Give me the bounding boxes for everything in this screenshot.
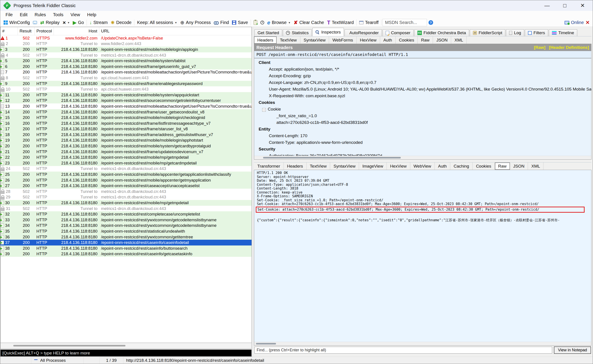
table-row[interactable]: 22200HTTP218.4.136.118:8180/epoint-onm-r… <box>0 155 252 160</box>
column-header-url[interactable]: URL <box>99 27 252 35</box>
remove-sessions-button[interactable]: × ▼ <box>61 20 71 25</box>
column-header-[interactable]: # <box>0 27 18 35</box>
menu-item-file[interactable]: File <box>2 12 16 18</box>
raw-link[interactable]: [Raw] <box>534 45 546 50</box>
table-row[interactable]: 20200HTTP218.4.136.118:8180/epoint-onm-r… <box>0 143 252 149</box>
msdn-search-box[interactable]: MSDN Search... <box>383 19 427 26</box>
request-tab-json[interactable]: JSON <box>433 36 451 44</box>
request-tab-textview[interactable]: TextView <box>277 36 300 44</box>
header-item[interactable]: Content-Length: 170 <box>254 132 591 139</box>
table-row[interactable]: 28502HTTPTunnel tometrics1-drcn.dt.dbank… <box>0 189 252 195</box>
session-list-hscrollbar[interactable] <box>0 343 252 349</box>
table-row[interactable]: 35200HTTP218.4.136.118:8180/epoint-onm-r… <box>0 228 252 234</box>
response-tab-caching[interactable]: Caching <box>450 162 473 170</box>
table-row[interactable]: 2200HTTPTunnel towww.fiddler2.com:443 <box>0 41 252 47</box>
response-tab-json[interactable]: JSON <box>510 162 528 170</box>
request-tab-headers[interactable]: Headers <box>254 36 277 44</box>
clear-cache-button[interactable]: ✘ Clear Cache <box>292 20 326 26</box>
scrollbar-thumb[interactable] <box>13 345 125 346</box>
winconfig-button[interactable]: WinConfig <box>2 20 31 26</box>
table-row[interactable]: 11200HTTP218.4.136.118:8180/epoint-onm-r… <box>0 92 252 98</box>
table-row[interactable]: 5200HTTP218.4.136.118:8180/epoint-onm-re… <box>0 58 252 64</box>
response-tab-webview[interactable]: WebView <box>410 162 435 170</box>
table-row[interactable]: 14200HTTP218.4.136.118:8180/epoint-onm-r… <box>0 109 252 115</box>
response-tab-imageview[interactable]: ImageView <box>359 162 387 170</box>
menu-item-tools[interactable]: Tools <box>50 12 67 18</box>
table-row[interactable]: 34200HTTP218.4.136.118:8180/epoint-onm-r… <box>0 223 252 229</box>
decode-button[interactable]: ✺ Decode <box>109 20 133 26</box>
menu-item-edit[interactable]: Edit <box>16 12 31 18</box>
column-header-host[interactable]: Host <box>54 27 99 35</box>
table-row[interactable]: 25200HTTP218.4.136.118:8180/epoint-onm-r… <box>0 172 252 177</box>
replay-button[interactable]: ⇄ Replay <box>39 20 61 26</box>
request-tab-webforms[interactable]: WebForms <box>329 36 357 44</box>
quickexec-bar[interactable]: [QuickExec] ALT+Q > type HELP to learn m… <box>0 349 252 357</box>
response-tab-textview[interactable]: TextView <box>306 162 330 170</box>
timer-button[interactable] <box>259 20 266 25</box>
go-button[interactable]: ▶ Go <box>71 20 85 26</box>
table-row[interactable]: 27200HTTP218.4.136.118:8180/epoint-onm-r… <box>0 183 252 189</box>
keep-sessions-dropdown[interactable]: Keep: All sessions ▼ <box>135 20 178 26</box>
table-row[interactable]: 17200HTTP218.4.136.118:8180/epoint-onm-r… <box>0 126 252 132</box>
table-row[interactable]: 37200HTTP218.4.136.118:8180/epoint-onm-r… <box>0 240 252 246</box>
process-filter-cell[interactable]: All Processes <box>31 357 84 364</box>
table-row[interactable]: 38200HTTP218.4.136.118:8180/epoint-onm-r… <box>0 246 252 251</box>
table-row[interactable]: 36200HTTP218.4.136.118:8180/epoint-onm-r… <box>0 234 252 240</box>
stream-button[interactable]: ↓ Stream <box>88 20 109 26</box>
table-row[interactable]: 12200HTTP218.4.136.118:8180/epoint-onm-r… <box>0 98 252 104</box>
response-tab-auth[interactable]: Auth <box>435 162 450 170</box>
online-status[interactable]: Online ✕ <box>565 20 591 26</box>
table-row[interactable]: 21200HTTP218.4.136.118:8180/epoint-onm-r… <box>0 149 252 155</box>
horizontal-splitter[interactable] <box>254 160 593 162</box>
response-tab-headers[interactable]: Headers <box>284 162 306 170</box>
table-row[interactable]: 15200HTTP218.4.136.118:8180/epoint-onm-r… <box>0 115 252 121</box>
tab-statistics[interactable]: Statistics <box>283 29 312 36</box>
response-tab-raw[interactable]: Raw <box>495 162 510 170</box>
header-item[interactable]: Content-Type: application/x-www-form-url… <box>254 139 591 146</box>
table-row[interactable]: 16200HTTP218.4.136.118:8180/epoint-onm-r… <box>0 121 252 126</box>
menu-item-help[interactable]: Help <box>84 12 100 18</box>
textwizard-button[interactable]: T TextWizard <box>326 20 355 26</box>
close-toolbar-icon[interactable]: ✕ <box>586 20 590 26</box>
table-row[interactable]: 13200HTTP218.4.136.118:8180/epoint-onm-r… <box>0 104 252 109</box>
table-row[interactable]: 39200HTTP218.4.136.118:8180/epoint-onm-r… <box>0 251 252 257</box>
header-item[interactable]: −Cookie <box>254 106 591 112</box>
minimize-button[interactable]: — <box>538 0 556 11</box>
tab-log[interactable]: Log <box>506 29 524 36</box>
table-row[interactable]: 3200HTTP218.4.136.118:8180/epoint-onm-re… <box>0 47 252 52</box>
table-row[interactable]: 23200HTTP218.4.136.118:8180/epoint-onm-r… <box>0 160 252 166</box>
header-item[interactable]: Accept-Encoding: gzip <box>254 72 591 79</box>
table-row[interactable]: 6200HTTP218.4.136.118:8180/epoint-onm-re… <box>0 64 252 70</box>
tab-filters[interactable]: Filters <box>525 29 548 36</box>
comment-button[interactable] <box>31 20 39 25</box>
response-tab-xml[interactable]: XML <box>528 162 543 170</box>
collapse-expander-icon[interactable]: − <box>262 108 266 112</box>
header-item[interactable]: attach=270c6263-cc1b-4f53-aacd-62bd3831b… <box>254 119 591 126</box>
header-item[interactable]: Authorization: Bearer 36c70462e5d9782b26… <box>254 152 591 156</box>
table-row[interactable]: 7200HTTP218.4.136.118:8180/epoint-onm-re… <box>0 70 252 75</box>
tab-autoresponder[interactable]: AutoResponder <box>345 29 382 36</box>
column-header-result[interactable]: Result <box>18 27 35 35</box>
tab-fiddlerscript[interactable]: FiddlerScript <box>470 29 506 36</box>
request-hscrollbar[interactable] <box>254 156 591 159</box>
tab-composer[interactable]: Composer <box>383 29 414 36</box>
header-item[interactable]: Accept-Language: zh-CN,zh;q=0.9,en-US;q=… <box>254 79 591 86</box>
request-tab-raw[interactable]: Raw <box>418 36 433 44</box>
table-row[interactable]: 33200HTTP218.4.136.118:8180/epoint-onm-r… <box>0 217 252 223</box>
tearoff-button[interactable]: Tearoff <box>358 20 380 26</box>
response-tab-hexview[interactable]: HexView <box>387 162 410 170</box>
header-item[interactable]: Accept: application/json, text/plain, */… <box>254 66 591 72</box>
table-row[interactable]: 31502HTTPTunnel tometrics1-drcn.dt.dbank… <box>0 206 252 212</box>
request-tab-cookies[interactable]: Cookies <box>396 36 418 44</box>
screenshot-button[interactable] <box>252 20 259 25</box>
save-button[interactable]: Save <box>230 20 249 26</box>
table-row[interactable]: 32200HTTP218.4.136.118:8180/epoint-onm-r… <box>0 211 252 217</box>
find-button[interactable]: Find <box>212 20 230 26</box>
header-item[interactable]: _font_size_ratio_=1.0 <box>254 112 591 119</box>
find-input[interactable] <box>254 347 552 354</box>
table-row[interactable]: 24502HTTPTunnel tometrics1-drcn.dt.dbank… <box>0 166 252 172</box>
table-row[interactable]: 29502HTTPTunnel tometrics1-drcn.dt.dbank… <box>0 195 252 200</box>
header-definitions-link[interactable]: [Header Definitions] <box>549 45 589 50</box>
header-item[interactable]: X-Requested-With: com.epoint.base.syzl <box>254 92 591 99</box>
help-button[interactable] <box>427 20 435 25</box>
